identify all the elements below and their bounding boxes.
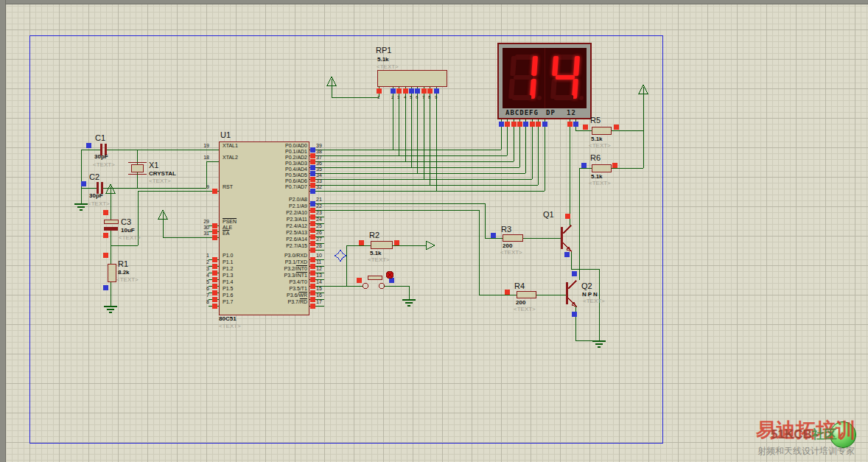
capacitor-plate[interactable] xyxy=(104,220,118,223)
pin-label: 21 xyxy=(316,197,322,202)
transistor-collector xyxy=(563,225,571,234)
pin-label: P2.5/A13 xyxy=(243,230,307,235)
logic-state-square xyxy=(310,241,315,246)
pin-label: XTAL2 xyxy=(223,155,238,160)
wire xyxy=(111,231,111,264)
pin-label: P1.7 xyxy=(223,299,233,304)
logic-state-square xyxy=(212,235,217,240)
c2-text: <TEXT> xyxy=(88,200,110,207)
pin-label: 9 xyxy=(195,184,209,189)
logic-state-square xyxy=(310,257,315,262)
wire xyxy=(324,179,532,180)
logic-state-square xyxy=(434,88,439,94)
c2-value: 30pF xyxy=(89,192,103,199)
wire xyxy=(436,87,437,191)
wire xyxy=(485,238,503,239)
wire xyxy=(409,286,410,299)
pin-label: RST xyxy=(223,184,233,189)
wire xyxy=(137,172,138,188)
transistor-base-bar[interactable] xyxy=(561,227,563,249)
logic-state-square xyxy=(103,210,108,215)
logic-state-square xyxy=(581,163,587,168)
wire xyxy=(332,85,332,97)
x1-text: <TEXT> xyxy=(149,178,171,184)
u1-part: 80C51 xyxy=(219,315,237,322)
r4-ref: R4 xyxy=(514,281,525,290)
ground-icon xyxy=(598,346,601,348)
logic-state-square xyxy=(212,290,217,295)
wire xyxy=(324,150,501,150)
wire xyxy=(479,295,517,295)
pin-label: 3 xyxy=(397,95,399,99)
wire xyxy=(107,150,210,150)
r1-ref: R1 xyxy=(118,259,128,268)
pin-label: 14 xyxy=(316,279,322,284)
logic-state-square xyxy=(310,153,315,158)
pin-label: P0.3/AD3 xyxy=(243,161,307,166)
logic-state-square xyxy=(499,122,504,127)
logic-state-square xyxy=(409,88,414,94)
wire xyxy=(324,167,519,168)
pin-label: 37 xyxy=(316,155,322,160)
logic-state-square xyxy=(394,240,399,245)
terminal-arrow-icon xyxy=(426,241,435,250)
logic-state-square xyxy=(103,253,108,258)
r5-ref: R5 xyxy=(590,116,601,125)
wire xyxy=(579,168,592,169)
logic-state-square xyxy=(572,312,577,317)
logic-state-square xyxy=(612,163,617,168)
push-button[interactable] xyxy=(368,276,382,279)
wire xyxy=(579,168,580,280)
wire xyxy=(523,238,561,239)
pin-label: 4 xyxy=(404,95,406,99)
pin-label: 38 xyxy=(316,149,322,154)
pin-label: 11 xyxy=(316,259,321,265)
wire xyxy=(81,150,100,150)
u1-ref: U1 xyxy=(220,130,231,139)
r6-text: <TEXT> xyxy=(589,180,611,186)
transistor-base-bar[interactable] xyxy=(566,282,568,304)
pin-label: 25 xyxy=(316,223,322,228)
pin-label: 13 xyxy=(316,273,322,278)
pin-label: P0.4/AD4 xyxy=(243,167,307,172)
pin-label: PSEN xyxy=(223,219,237,224)
wire xyxy=(209,161,219,162)
logic-state-square xyxy=(573,122,578,127)
wire xyxy=(538,119,539,185)
ground-icon xyxy=(80,209,83,211)
logic-state-square xyxy=(396,88,402,94)
pin-label: P3.7/RD xyxy=(243,299,307,304)
capacitor-plate-polarized[interactable] xyxy=(104,227,118,231)
pin-label: EA xyxy=(223,231,229,236)
x1-value: CRYSTAL xyxy=(149,170,176,177)
wire xyxy=(346,245,347,286)
pin-label: P0.1/AD1 xyxy=(243,149,307,154)
logic-state-square xyxy=(310,264,315,269)
wire xyxy=(111,245,138,246)
logic-state-square xyxy=(415,88,420,94)
wire xyxy=(163,237,210,238)
pin-label: 35 xyxy=(316,167,322,172)
pin-label: P2.2/A10 xyxy=(243,210,307,215)
pin-label: 23 xyxy=(316,210,322,215)
q1-ref: Q1 xyxy=(543,210,554,219)
wire xyxy=(571,251,572,269)
logic-state-square xyxy=(310,270,315,276)
wire xyxy=(324,161,514,162)
pin-label: 9 xyxy=(435,95,437,99)
u1-text-placeholder: <TEXT> xyxy=(219,323,241,329)
r6-ref: R6 xyxy=(590,153,601,162)
pin-label: 8 xyxy=(428,95,430,99)
r3-ref: R3 xyxy=(501,225,511,234)
logic-state-square xyxy=(357,278,362,283)
logic-state-square xyxy=(103,233,108,238)
pin-label: P0.5/AD5 xyxy=(243,172,307,178)
pin-label: P0.6/AD6 xyxy=(243,178,307,183)
wire xyxy=(575,130,592,131)
logic-state-square xyxy=(505,290,510,295)
logic-state-square xyxy=(511,122,517,127)
c1-ref: C1 xyxy=(95,133,105,142)
logic-state-square xyxy=(310,284,315,289)
logic-state-square xyxy=(421,88,427,94)
logic-state-square xyxy=(212,189,217,194)
